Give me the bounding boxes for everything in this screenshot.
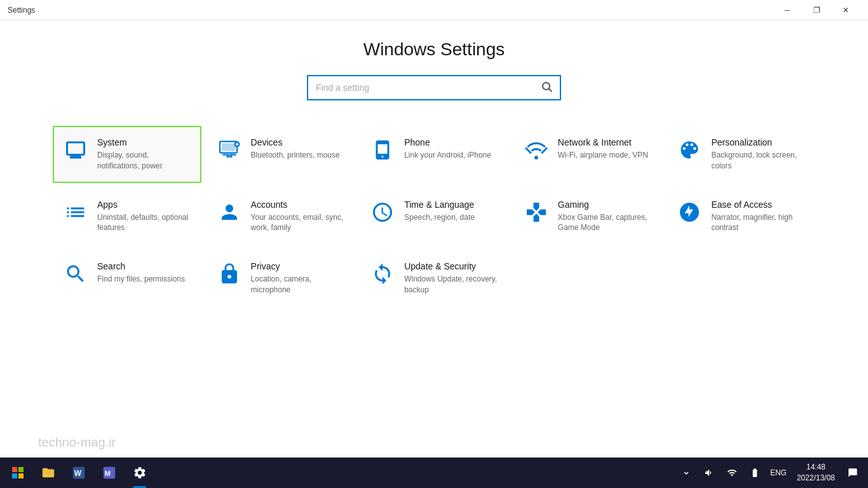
setting-desc-gaming: Xbox Game Bar, captures, Game Mode — [558, 212, 652, 234]
setting-item-devices[interactable]: Devices Bluetooth, printers, mouse — [207, 126, 355, 183]
tray-network[interactable] — [722, 458, 742, 488]
titlebar-controls: ─ ❐ ✕ — [773, 0, 860, 20]
minimize-button[interactable]: ─ — [773, 0, 802, 20]
tray-language[interactable]: ENG — [768, 458, 789, 488]
svg-rect-5 — [12, 473, 17, 478]
svg-rect-1 — [222, 144, 235, 151]
page-title: Windows Settings — [38, 39, 830, 60]
search-input[interactable] — [316, 83, 542, 93]
maximize-button[interactable]: ❐ — [802, 0, 831, 20]
setting-desc-network: Wi-Fi, airplane mode, VPN — [558, 150, 652, 161]
setting-item-system[interactable]: System Display, sound, notifications, po… — [53, 126, 201, 183]
svg-rect-3 — [12, 467, 17, 472]
titlebar-title: Settings — [8, 6, 35, 15]
setting-name-update: Update & Security — [404, 261, 498, 271]
setting-desc-search: Find my files, permissions — [97, 274, 191, 285]
setting-desc-ease: Narrator, magnifier, high contrast — [711, 212, 805, 234]
setting-item-time[interactable]: Time & Language Speech, region, date — [360, 188, 508, 245]
setting-name-gaming: Gaming — [558, 200, 652, 210]
ease-icon — [677, 200, 702, 225]
setting-desc-apps: Uninstall, defaults, optional features — [97, 212, 191, 234]
setting-desc-update: Windows Update, recovery, backup — [404, 274, 498, 295]
svg-rect-4 — [18, 467, 24, 472]
system-icon — [63, 137, 88, 163]
svg-text:W: W — [74, 469, 82, 478]
update-icon — [370, 261, 395, 287]
setting-desc-system: Display, sound, notifications, power — [97, 150, 191, 172]
svg-text:M: M — [105, 470, 111, 477]
setting-item-phone[interactable]: Phone Link your Android, iPhone — [360, 126, 508, 183]
svg-rect-6 — [18, 473, 24, 478]
search-bar — [307, 75, 561, 100]
privacy-icon — [217, 261, 242, 287]
setting-name-system: System — [97, 137, 191, 147]
taskbar-clock[interactable]: 14:48 2022/13/08 — [792, 458, 840, 488]
setting-desc-devices: Bluetooth, printers, mouse — [251, 150, 345, 161]
close-button[interactable]: ✕ — [831, 0, 860, 20]
setting-item-ease[interactable]: Ease of Access Narrator, magnifier, high… — [667, 188, 815, 245]
taskbar-apps: W M — [33, 458, 155, 488]
devices-icon — [217, 137, 242, 163]
setting-item-update[interactable]: Update & Security Windows Update, recove… — [360, 250, 508, 307]
settings-grid: System Display, sound, notifications, po… — [53, 126, 815, 307]
phone-icon — [370, 137, 395, 163]
main-content: Windows Settings System Display, sound, … — [0, 20, 868, 458]
setting-name-privacy: Privacy — [251, 261, 345, 271]
clock-time: 14:48 — [806, 462, 825, 473]
setting-item-network[interactable]: Network & Internet Wi-Fi, airplane mode,… — [513, 126, 662, 183]
setting-desc-privacy: Location, camera, microphone — [251, 274, 345, 295]
setting-item-accounts[interactable]: Accounts Your accounts, email, sync, wor… — [207, 188, 355, 245]
setting-name-accounts: Accounts — [251, 200, 345, 210]
search-icon — [63, 261, 88, 287]
setting-name-network: Network & Internet — [558, 137, 652, 147]
start-button[interactable] — [3, 458, 33, 488]
watermark: techno-mag.ir — [0, 435, 868, 450]
setting-item-privacy[interactable]: Privacy Location, camera, microphone — [207, 250, 355, 307]
time-icon — [370, 200, 395, 225]
taskbar-settings[interactable] — [125, 458, 155, 488]
setting-item-gaming[interactable]: Gaming Xbox Game Bar, captures, Game Mod… — [513, 188, 662, 245]
setting-name-time: Time & Language — [404, 200, 498, 210]
setting-desc-phone: Link your Android, iPhone — [404, 150, 498, 161]
setting-item-personalization[interactable]: Personalization Background, lock screen,… — [667, 126, 815, 183]
taskbar-app3[interactable]: M — [94, 458, 125, 488]
personalization-icon — [677, 137, 702, 163]
tray-chevron[interactable] — [676, 458, 696, 488]
taskbar: W M — [0, 458, 868, 488]
network-icon — [524, 137, 549, 163]
gaming-icon — [524, 200, 549, 225]
apps-icon — [63, 200, 88, 225]
setting-name-ease: Ease of Access — [711, 200, 805, 210]
setting-desc-personalization: Background, lock screen, colors — [711, 150, 805, 172]
accounts-icon — [217, 200, 242, 225]
titlebar: Settings ─ ❐ ✕ — [0, 0, 868, 20]
setting-name-devices: Devices — [251, 137, 345, 147]
tray-volume[interactable] — [699, 458, 719, 488]
clock-date: 2022/13/08 — [797, 473, 835, 484]
setting-name-personalization: Personalization — [711, 137, 805, 147]
taskbar-word[interactable]: W — [64, 458, 94, 488]
setting-name-phone: Phone — [404, 137, 498, 147]
tray-battery[interactable] — [745, 458, 765, 488]
setting-desc-accounts: Your accounts, email, sync, work, family — [251, 212, 345, 234]
taskbar-file-explorer[interactable] — [33, 458, 64, 488]
setting-item-search[interactable]: Search Find my files, permissions — [53, 250, 201, 307]
setting-item-apps[interactable]: Apps Uninstall, defaults, optional featu… — [53, 188, 201, 245]
setting-name-apps: Apps — [97, 200, 191, 210]
search-bar-container — [38, 75, 830, 100]
tray-notification[interactable] — [843, 458, 863, 488]
setting-name-search: Search — [97, 261, 191, 271]
setting-desc-time: Speech, region, date — [404, 212, 498, 223]
taskbar-tray: ENG 14:48 2022/13/08 — [676, 458, 865, 488]
search-icon — [542, 82, 552, 94]
